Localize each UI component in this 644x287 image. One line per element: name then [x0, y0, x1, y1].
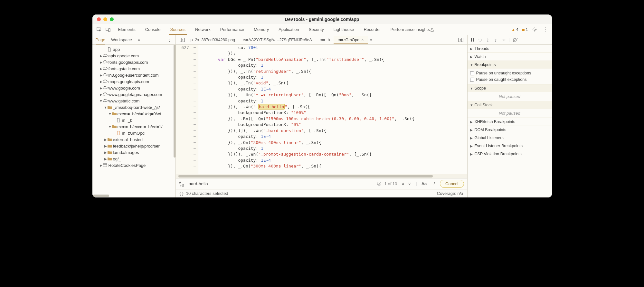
more-tabs-icon[interactable]: »: [138, 37, 140, 42]
pause-icon[interactable]: [470, 38, 475, 42]
find-prev-icon[interactable]: ∧: [400, 181, 406, 187]
pause-caught-checkbox[interactable]: Pause on caught exceptions: [470, 76, 549, 83]
file-tab[interactable]: m=zGmOpd×: [334, 36, 367, 44]
close-tab-icon[interactable]: ×: [361, 38, 364, 42]
tree-item[interactable]: m=zGmOpd: [92, 130, 175, 136]
regex-toggle[interactable]: .*: [431, 181, 437, 187]
code-editor[interactable]: 627 −−−−−−−−−−−−−−−−−−−−− cu. 700t }); v…: [176, 45, 467, 174]
panel-tab-network[interactable]: Network: [194, 24, 212, 34]
titlebar: DevTools - gemini.google.com/app: [92, 14, 552, 24]
tree-item[interactable]: ▶RotateCookiesPage: [92, 162, 175, 168]
step-over-icon[interactable]: [478, 38, 482, 42]
global-listeners-section[interactable]: ▶Global Listeners: [468, 134, 552, 142]
page-tab[interactable]: Page: [96, 37, 105, 44]
more-file-tabs-icon[interactable]: »: [370, 37, 373, 42]
tree-item[interactable]: ▶maps.googleapis.com: [92, 78, 175, 85]
tree-item[interactable]: ▶www.googletagmanager.com: [92, 91, 175, 98]
issues-badge[interactable]: ◼ 1: [522, 27, 528, 32]
svg-point-16: [495, 41, 496, 42]
braces-icon[interactable]: { }: [180, 191, 184, 196]
svg-rect-2: [109, 29, 110, 32]
navigator-sidebar: Page Workspace » ⋮ app▶apis.google.com▶f…: [92, 35, 176, 197]
csp-breakpoints-section[interactable]: ▶CSP Violation Breakpoints: [468, 150, 552, 158]
panel-tab-recorder[interactable]: Recorder: [362, 24, 382, 34]
panel-tab-sources[interactable]: Sources: [169, 24, 187, 34]
find-input[interactable]: [189, 180, 374, 188]
watch-section[interactable]: ▶Watch: [468, 53, 552, 61]
find-next-icon[interactable]: ∨: [407, 181, 412, 187]
breakpoints-section[interactable]: ▼Breakpoints: [468, 61, 552, 69]
panel-tab-lighthouse[interactable]: Lighthouse: [332, 24, 355, 34]
dom-breakpoints-section[interactable]: ▶DOM Breakpoints: [468, 126, 552, 134]
file-tab[interactable]: p_2x_387ed93f4280.png: [187, 36, 239, 44]
panel-tab-performance[interactable]: Performance: [219, 24, 245, 34]
find-count: 1 of 10: [384, 181, 397, 186]
panel-tab-application[interactable]: Application: [277, 24, 300, 34]
step-out-icon[interactable]: [493, 38, 498, 42]
event-listener-breakpoints-section[interactable]: ▶Event Listener Breakpoints: [468, 142, 552, 150]
panel-tab-performance-insights[interactable]: Performance insights: [389, 24, 431, 34]
toggle-debugger-icon[interactable]: [457, 37, 465, 43]
tree-item[interactable]: app: [92, 46, 175, 53]
close-window-button[interactable]: [97, 17, 101, 21]
threads-section[interactable]: ▶Threads: [468, 45, 552, 53]
tree-item[interactable]: ▶www.google.com: [92, 85, 175, 91]
tree-item[interactable]: ▶lh3.googleusercontent.com: [92, 72, 175, 78]
svg-rect-10: [471, 38, 472, 42]
tree-item[interactable]: ▶apis.google.com: [92, 53, 175, 59]
window-title: DevTools - gemini.google.com/app: [285, 17, 359, 22]
file-tab[interactable]: rs=AA2YrTtSSgfw…27SqFENIJRc8eA: [239, 36, 316, 44]
pause-uncaught-checkbox[interactable]: Pause on uncaught exceptions: [470, 70, 549, 76]
scope-section[interactable]: ▼Scope: [468, 84, 552, 92]
warnings-badge[interactable]: ▲ 4: [511, 27, 518, 32]
step-into-icon[interactable]: [486, 38, 490, 42]
find-bar: A↳B ⓧ 1 of 10 ∧ ∨ | Aa .* Cancel: [176, 178, 467, 189]
callstack-section[interactable]: ▼Call Stack: [468, 101, 552, 109]
tree-item[interactable]: ▶fonts.googleapis.com: [92, 59, 175, 65]
tree-item[interactable]: ▼exm=_b/excm=_b/ed=1/: [92, 123, 175, 130]
svg-rect-4: [103, 164, 107, 167]
issue-icon: ◼: [522, 27, 525, 32]
deactivate-breakpoints-icon[interactable]: [513, 38, 518, 42]
tree-item[interactable]: ▼_/mss/boq-bard-web/_/js/: [92, 104, 175, 110]
panel-tab-elements[interactable]: Elements: [117, 24, 137, 34]
tree-item[interactable]: ▼excm=_b/ed=1/dg=0/wt: [92, 110, 175, 117]
file-tab[interactable]: m=_b: [316, 36, 334, 44]
clear-find-icon[interactable]: ⓧ: [377, 181, 381, 187]
device-toolbar-icon[interactable]: [105, 26, 112, 33]
scope-not-paused: Not paused: [468, 92, 552, 101]
editor-hscrollbar[interactable]: [176, 174, 467, 178]
panel-tab-security[interactable]: Security: [308, 24, 325, 34]
tree-item[interactable]: ▶external_hosted: [92, 136, 175, 143]
match-case-toggle[interactable]: Aa: [420, 181, 428, 187]
tree-item[interactable]: ▶og/_: [92, 156, 175, 162]
navigator-menu-icon[interactable]: ⋮: [167, 37, 172, 43]
toggle-navigator-icon[interactable]: [178, 37, 186, 43]
panel-tab-memory[interactable]: Memory: [252, 24, 270, 34]
debug-toolbar: |: [468, 35, 552, 45]
file-tree[interactable]: app▶apis.google.com▶fonts.googleapis.com…: [92, 45, 175, 197]
more-icon[interactable]: ⋮: [542, 26, 549, 33]
xhr-breakpoints-section[interactable]: ▶XHR/fetch Breakpoints: [468, 118, 552, 126]
step-icon[interactable]: [501, 38, 506, 42]
settings-icon[interactable]: [531, 26, 538, 33]
find-replace-icon[interactable]: A↳B: [179, 181, 185, 187]
sidebar-hscrollbar[interactable]: [93, 195, 109, 197]
tree-item[interactable]: m=_b: [92, 117, 175, 123]
debugger-sidebar: | ▶Threads ▶Watch ▼Breakpoints Pause on …: [468, 35, 552, 197]
file-tabs: p_2x_387ed93f4280.pngrs=AA2YrTtSSgfw…27S…: [176, 35, 467, 45]
tree-item[interactable]: ▶lamda/images: [92, 149, 175, 156]
cancel-button[interactable]: Cancel: [440, 180, 464, 188]
tree-item[interactable]: ▶feedback/js/help/prod/ser: [92, 143, 175, 149]
editor-area: p_2x_387ed93f4280.pngrs=AA2YrTtSSgfw…27S…: [176, 35, 468, 197]
tree-item[interactable]: ▼www.gstatic.com: [92, 98, 175, 104]
minimize-window-button[interactable]: [103, 17, 107, 21]
hscroll-thumb[interactable]: [178, 175, 433, 177]
traffic-lights: [97, 17, 114, 21]
sidebar-scrollbar[interactable]: [174, 45, 175, 158]
tree-item[interactable]: ▶fonts.gstatic.com: [92, 65, 175, 72]
zoom-window-button[interactable]: [110, 17, 114, 21]
workspace-tab[interactable]: Workspace: [111, 37, 132, 42]
inspect-element-icon[interactable]: [96, 26, 103, 33]
panel-tab-console[interactable]: Console: [144, 24, 162, 34]
